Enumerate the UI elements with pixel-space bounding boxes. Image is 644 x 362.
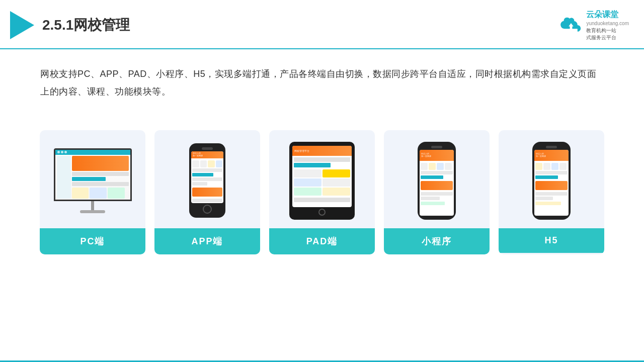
header: 2.5.1网校管理 云朵课堂 yunduoketang.com 教育机构一站式服… — [0, 0, 644, 49]
card-miniprogram-label: 小程序 — [384, 228, 490, 254]
card-pad: 网校管理平台 — [269, 130, 375, 254]
tablet-mockup: 网校管理平台 — [289, 142, 355, 220]
card-h5-label: H5 — [499, 228, 604, 253]
card-miniprogram-image: 职达人的第一堂网课 — [384, 130, 490, 228]
brand-name: 云朵课堂 — [586, 9, 629, 20]
card-pc: PC端 — [40, 130, 145, 254]
card-pc-label: PC端 — [40, 228, 145, 254]
header-right: 云朵课堂 yunduoketang.com 教育机构一站式服务云平台 — [559, 9, 629, 41]
card-pad-image: 网校管理平台 — [269, 130, 375, 228]
header-left: 2.5.1网校管理 — [10, 11, 130, 39]
card-app-label: APP端 — [154, 228, 260, 254]
card-app-image: 职达人的第一堂网课 — [154, 130, 260, 228]
page-title: 2.5.1网校管理 — [42, 16, 130, 35]
cloud-icon — [559, 17, 583, 34]
monitor-mockup — [54, 148, 132, 213]
brand-url: yunduoketang.com — [586, 20, 629, 27]
brand-text: 云朵课堂 yunduoketang.com 教育机构一站式服务云平台 — [586, 9, 629, 41]
card-miniprogram: 职达人的第一堂网课 — [384, 130, 490, 254]
card-h5: 职达人的第一堂网课 — [499, 130, 604, 254]
monitor-screen — [54, 148, 132, 201]
card-h5-image: 职达人的第一堂网课 — [499, 130, 604, 228]
card-pc-image — [40, 130, 145, 228]
phone-mockup-h5: 职达人的第一堂网课 — [532, 142, 571, 220]
cards-container: PC端 职达人的第一堂网课 — [0, 115, 644, 264]
phone-mockup-mini: 职达人的第一堂网课 — [418, 142, 456, 220]
card-app: 职达人的第一堂网课 — [154, 130, 260, 254]
brand-logo: 云朵课堂 yunduoketang.com 教育机构一站式服务云平台 — [559, 9, 629, 41]
card-pad-label: PAD端 — [269, 228, 375, 254]
description-text: 网校支持PC、APP、PAD、小程序、H5，实现多端打通，产品各终端自由切换，数… — [0, 49, 644, 110]
phone-mockup-app: 职达人的第一堂网课 — [189, 143, 225, 218]
brand-tagline: 教育机构一站式服务云平台 — [586, 27, 629, 41]
logo-triangle-icon — [10, 11, 34, 39]
